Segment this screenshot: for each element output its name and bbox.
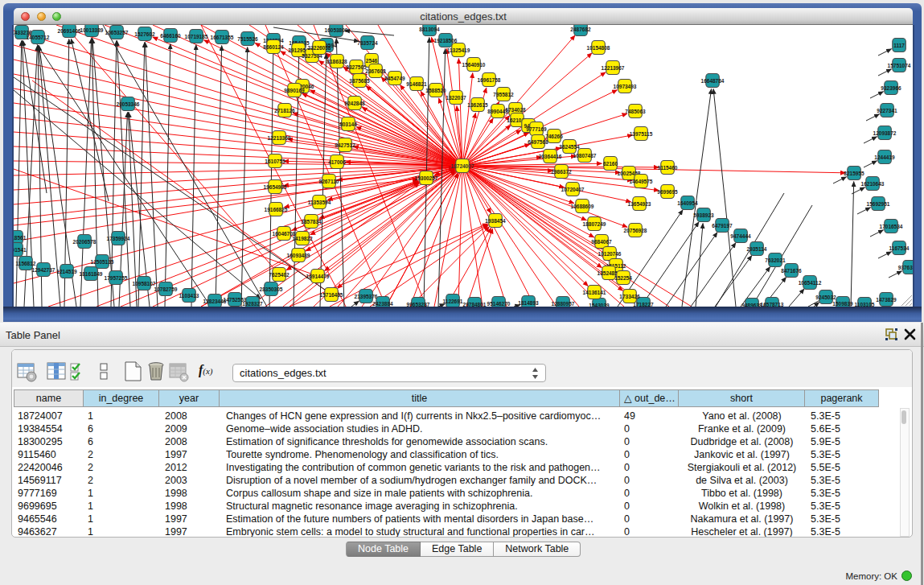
svg-text:20053346: 20053346 [117,101,140,107]
svg-text:93763116: 93763116 [898,265,913,270]
svg-text:2986372: 2986372 [551,169,572,175]
svg-text:9115460: 9115460 [658,165,678,171]
svg-text:5938923: 5938923 [693,212,714,218]
svg-text:11325419: 11325419 [447,47,470,53]
svg-text:417006: 417006 [328,159,346,165]
svg-text:2487682: 2487682 [570,27,591,32]
svg-text:16093489: 16093489 [287,253,310,258]
svg-text:9391541: 9391541 [14,247,27,253]
svg-text:19166825: 19166825 [265,207,288,212]
svg-text:16210643: 16210643 [861,181,885,187]
svg-text:2718126: 2718126 [274,108,295,113]
svg-text:16578713: 16578713 [761,302,784,307]
svg-text:19218506: 19218506 [434,38,458,43]
svg-text:18724007: 18724007 [451,163,474,169]
svg-text:23226058: 23226058 [308,45,331,51]
svg-text:1167534: 1167534 [889,245,910,251]
svg-text:1938454: 1938454 [485,218,506,224]
svg-text:16648784: 16648784 [701,78,725,84]
svg-text:7485063: 7485063 [625,109,646,114]
svg-text:16914479: 16914479 [306,274,330,279]
svg-text:18807249: 18807249 [583,221,606,227]
svg-text:7632021: 7632021 [765,257,786,263]
svg-text:1509839: 1509839 [832,301,853,307]
svg-text:8267110: 8267110 [319,179,339,184]
svg-text:6734028: 6734028 [505,107,526,113]
svg-text:20756928: 20756928 [624,228,647,233]
svg-text:7955812: 7955812 [493,92,514,97]
svg-text:803144: 803144 [339,122,357,127]
svg-text:15716485: 15716485 [320,292,343,298]
svg-text:2935114: 2935114 [747,246,767,252]
svg-text:20364416: 20364416 [539,154,562,159]
svg-text:14136141: 14136141 [583,290,606,295]
svg-text:9699695: 9699695 [657,189,678,195]
svg-text:12093872: 12093872 [873,130,897,136]
svg-text:1473829: 1473829 [876,297,897,303]
svg-text:2423884: 2423884 [372,301,393,307]
svg-text:9684067: 9684067 [591,239,612,245]
svg-text:9245032: 9245032 [815,295,836,300]
svg-text:1543039: 1543039 [589,303,610,307]
svg-text:10120746: 10120746 [598,251,622,257]
svg-text:17016534: 17016534 [880,224,903,229]
svg-text:1322037: 1322037 [446,95,466,101]
svg-text:1244419: 1244419 [874,154,895,160]
svg-text:1814893: 1814893 [518,300,539,306]
svg-text:8813094: 8813094 [419,27,440,32]
svg-text:1640954: 1640954 [677,200,698,206]
svg-text:2546: 2546 [366,58,378,64]
svg-text:9489638: 9489638 [741,303,762,307]
svg-text:9777169: 9777169 [526,126,547,132]
svg-text:7515526: 7515526 [237,36,258,42]
svg-text:12213369: 12213369 [268,135,291,141]
svg-text:9146821: 9146821 [406,81,427,87]
svg-text:10973493: 10973493 [614,84,637,89]
svg-text:11353594: 11353594 [308,200,331,205]
svg-text:10013389: 10013389 [80,27,104,33]
svg-text:14649575: 14649575 [630,179,653,184]
svg-text:28350305: 28350305 [260,286,283,292]
svg-text:6497568: 6497568 [528,139,548,145]
svg-text:10154808: 10154808 [587,45,610,51]
svg-text:10958107: 10958107 [133,281,156,286]
svg-text:14055712: 14055712 [27,35,50,40]
svg-text:1527602: 1527602 [134,31,155,37]
svg-text:1117: 1117 [893,43,905,48]
svg-text:1362615: 1362615 [467,102,488,108]
svg-text:746266: 746266 [545,134,563,139]
svg-text:15640910: 15640910 [462,62,486,68]
svg-text:21395376: 21395376 [355,294,378,299]
svg-text:19654985: 19654985 [264,184,287,190]
svg-text:99653287: 99653287 [407,302,430,307]
svg-text:1103105: 1103105 [855,302,875,307]
svg-text:8471676: 8471676 [781,268,802,274]
svg-text:12942737: 12942737 [32,267,55,273]
svg-text:29784801: 29784801 [463,302,487,307]
svg-text:1156812: 1156812 [16,261,36,266]
svg-text:17359924: 17359924 [107,236,130,241]
svg-text:7835724: 7835724 [357,40,378,46]
svg-text:152254: 152254 [614,275,632,281]
svg-text:10719185: 10719185 [185,34,208,39]
svg-text:9427512: 9427512 [335,142,355,148]
svg-text:1928327: 1928327 [242,301,263,307]
svg-text:1718227: 1718227 [633,302,654,307]
svg-text:13975115: 13975115 [630,131,653,137]
svg-text:3875685: 3875685 [349,78,370,84]
svg-text:1103413: 1103413 [179,293,199,299]
svg-text:3624554: 3624554 [559,144,580,150]
svg-text:12505135: 12505135 [91,259,114,265]
svg-text:12213967: 12213967 [602,65,625,71]
svg-text:3857834: 3857834 [301,219,322,225]
svg-text:9242848: 9242848 [344,101,365,106]
svg-text:10653257: 10653257 [105,30,129,35]
svg-text:10654112: 10654112 [799,280,822,286]
svg-text:6479197: 6479197 [712,223,733,229]
svg-text:62160: 62160 [603,161,618,167]
svg-text:9890169: 9890169 [284,88,305,93]
svg-text:8215955: 8215955 [844,171,864,176]
svg-text:18161849: 18161849 [80,271,103,277]
svg-text:1588520: 1588520 [425,88,446,93]
svg-text:7625402: 7625402 [269,272,290,278]
